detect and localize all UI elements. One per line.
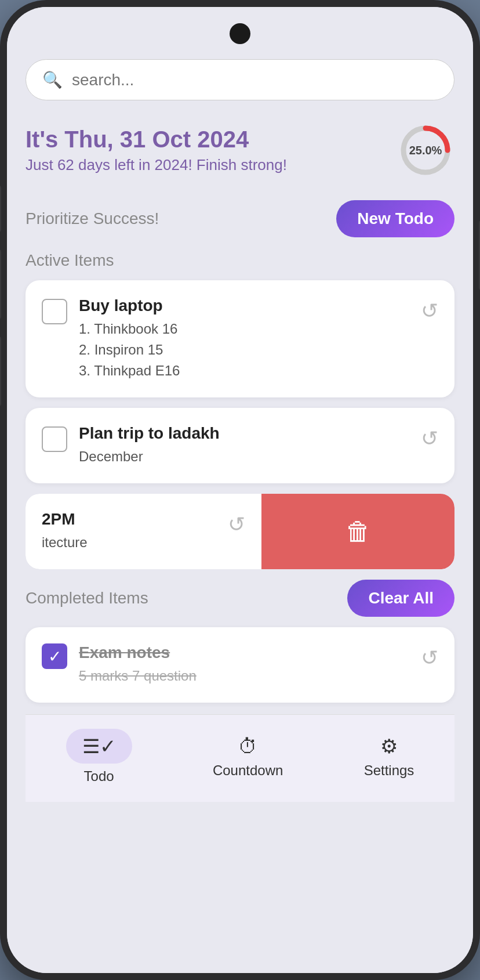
new-todo-button[interactable]: New Todo	[336, 200, 454, 237]
bottom-nav: ☰✓ Todo ⏱ Countdown ⚙ Settings	[26, 714, 454, 802]
checkbox-ladakh[interactable]	[42, 426, 67, 452]
checkbox-buy-laptop[interactable]	[42, 299, 67, 324]
search-input[interactable]	[72, 71, 438, 89]
todo-card-partial: 2PM itecture ↺	[26, 494, 261, 569]
nav-countdown-label: Countdown	[213, 762, 283, 779]
checkmark-icon: ✓	[48, 647, 61, 666]
nav-countdown[interactable]: ⏱ Countdown	[213, 735, 283, 779]
completed-section: Completed Items Clear All ✓ Exam notes 5…	[26, 580, 454, 703]
todo-item-ladakh: Plan trip to ladakh December ↺	[26, 408, 454, 483]
phone-frame: 🔍 It's Thu, 31 Oct 2024 Just 62 days lef…	[0, 0, 480, 980]
completed-section-label: Completed Items	[26, 589, 148, 607]
refresh-icon-swipe[interactable]: ↺	[228, 512, 245, 537]
phone-screen: 🔍 It's Thu, 31 Oct 2024 Just 62 days lef…	[7, 7, 473, 973]
active-section-label: Active Items	[26, 251, 454, 270]
refresh-icon-ladakh[interactable]: ↺	[421, 426, 438, 451]
todo-content-exam-notes: Exam notes 5 marks 7 question	[79, 643, 409, 686]
silent-switch	[0, 186, 1, 232]
todo-title-swipe: 2PM	[42, 510, 216, 529]
nav-todo[interactable]: ☰✓ Todo	[66, 729, 132, 784]
todo-item-exam-notes: ✓ Exam notes 5 marks 7 question ↺	[26, 627, 454, 703]
todo-item-swipe: 2PM itecture ↺ 🗑	[26, 494, 454, 569]
countdown-icon: ⏱	[238, 735, 258, 758]
screen-content: 🔍 It's Thu, 31 Oct 2024 Just 62 days lef…	[7, 7, 473, 973]
todo-detail-exam-notes: 5 marks 7 question	[79, 666, 409, 686]
todo-item-buy-laptop: Buy laptop 1. Thinkbook 162. Inspiron 15…	[26, 280, 454, 397]
volume-down-button	[0, 337, 1, 406]
todo-detail-swipe: itecture	[42, 532, 216, 553]
delete-button[interactable]: 🗑	[261, 494, 454, 569]
todo-title-buy-laptop: Buy laptop	[79, 296, 409, 315]
nav-todo-label: Todo	[84, 768, 114, 784]
search-bar[interactable]: 🔍	[26, 59, 454, 100]
todo-detail-ladakh: December	[79, 446, 409, 467]
date-header: It's Thu, 31 Oct 2024 Just 62 days left …	[26, 121, 454, 179]
clear-all-button[interactable]: Clear All	[347, 580, 454, 617]
progress-label: 25.0%	[409, 144, 442, 157]
volume-up-button	[0, 249, 1, 319]
todo-content-buy-laptop: Buy laptop 1. Thinkbook 162. Inspiron 15…	[79, 296, 409, 381]
completed-header: Completed Items Clear All	[26, 580, 454, 617]
todo-title-ladakh: Plan trip to ladakh	[79, 424, 409, 443]
trash-icon: 🗑	[346, 517, 371, 546]
toolbar-label: Prioritize Success!	[26, 209, 159, 228]
settings-icon: ⚙	[380, 735, 398, 758]
progress-circle: 25.0%	[397, 121, 454, 179]
checkbox-exam-notes[interactable]: ✓	[42, 643, 67, 669]
todo-content-ladakh: Plan trip to ladakh December	[79, 424, 409, 467]
toolbar-row: Prioritize Success! New Todo	[26, 200, 454, 237]
search-icon: 🔍	[42, 70, 63, 89]
date-info: It's Thu, 31 Oct 2024 Just 62 days left …	[26, 126, 287, 174]
camera-notch	[230, 23, 250, 44]
todo-icon: ☰✓	[82, 735, 116, 758]
todo-title-exam-notes: Exam notes	[79, 643, 409, 662]
todo-icon-bg: ☰✓	[66, 729, 132, 764]
todo-content-swipe: 2PM itecture	[42, 510, 216, 553]
date-title: It's Thu, 31 Oct 2024	[26, 126, 287, 153]
refresh-icon-buy-laptop[interactable]: ↺	[421, 299, 438, 323]
todo-detail-buy-laptop: 1. Thinkbook 162. Inspiron 153. Thinkpad…	[79, 319, 409, 381]
refresh-icon-exam-notes[interactable]: ↺	[421, 646, 438, 670]
date-subtitle: Just 62 days left in 2024! Finish strong…	[26, 156, 287, 174]
nav-settings[interactable]: ⚙ Settings	[364, 735, 414, 779]
nav-settings-label: Settings	[364, 762, 414, 779]
